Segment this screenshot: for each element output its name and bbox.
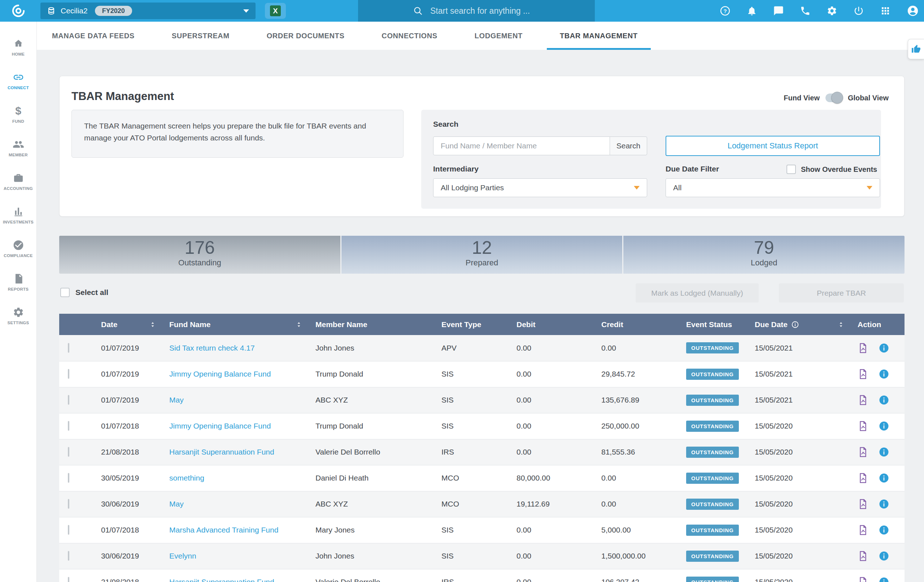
row-checkbox[interactable] [68, 447, 69, 457]
fund-name-link[interactable]: Marsha Advanced Training Fund [169, 526, 278, 534]
info-icon[interactable] [878, 421, 889, 432]
pdf-icon[interactable] [858, 394, 868, 406]
pdf-icon[interactable] [858, 342, 868, 354]
fund-name-link[interactable]: May [169, 396, 184, 404]
row-checkbox[interactable] [68, 343, 69, 353]
tab-connections[interactable]: CONNECTIONS [368, 21, 450, 50]
row-checkbox[interactable] [68, 421, 69, 431]
pdf-icon[interactable] [858, 524, 868, 536]
stat-prepared[interactable]: 12 Prepared [342, 236, 623, 274]
info-icon[interactable] [878, 446, 889, 458]
row-event-type: IRS [432, 569, 507, 582]
topbar-icons: ? [720, 0, 919, 21]
sidebar-item-compliance[interactable]: COMPLIANCE [0, 232, 36, 265]
feedback-button[interactable] [908, 39, 924, 59]
lodgement-status-report-button[interactable]: Lodgement Status Report [666, 136, 880, 156]
col-fund-name[interactable]: Fund Name [160, 314, 306, 335]
intermediary-dropdown[interactable]: All Lodging Parties [433, 179, 647, 197]
row-checkbox[interactable] [68, 525, 69, 535]
col-date[interactable]: Date [92, 314, 160, 335]
show-overdue-checkbox[interactable] [787, 165, 796, 174]
pdf-icon[interactable] [858, 550, 868, 562]
power-icon[interactable] [853, 5, 864, 16]
global-search-input[interactable] [429, 6, 582, 16]
fund-name-link[interactable]: Jimmy Opening Balance Fund [169, 422, 271, 430]
row-checkbox[interactable] [68, 473, 69, 483]
fund-name-link[interactable]: Jimmy Opening Balance Fund [169, 370, 271, 378]
sidebar-item-reports[interactable]: REPORTS [0, 265, 36, 299]
pdf-icon[interactable] [858, 576, 868, 582]
stat-outstanding[interactable]: 176 Outstanding [59, 236, 340, 274]
row-date: 01/07/2019 [92, 387, 160, 413]
pdf-icon[interactable] [858, 472, 868, 484]
table-row: 01/07/2019 Sid Tax return check 4.17 Joh… [59, 335, 904, 361]
sidebar-item-member[interactable]: MEMBER [0, 131, 36, 165]
fund-name: Cecilia2 [61, 7, 88, 15]
app-logo[interactable] [0, 3, 37, 18]
account-icon[interactable] [907, 5, 919, 17]
notifications-icon[interactable] [746, 5, 757, 16]
info-icon[interactable] [878, 342, 889, 354]
sort-icon[interactable] [837, 320, 845, 329]
tab-manage-data-feeds[interactable]: MANAGE DATA FEEDS [39, 21, 148, 50]
sidebar-item-investments[interactable]: INVESTMENTS [0, 198, 36, 232]
sidebar-item-home[interactable]: HOME [0, 30, 36, 64]
thumb-up-icon [911, 45, 921, 54]
fund-name-link[interactable]: Harsanjit Superannuation Fund [169, 578, 274, 582]
info-icon[interactable] [878, 577, 889, 582]
info-icon[interactable] [878, 369, 889, 379]
search-button[interactable]: Search [610, 136, 647, 155]
row-checkbox[interactable] [68, 395, 69, 405]
fund-member-search-input[interactable] [433, 136, 610, 155]
settings-icon[interactable] [827, 5, 837, 16]
pdf-icon[interactable] [858, 420, 868, 432]
tab-tbar-management[interactable]: TBAR MANAGEMENT [547, 21, 651, 50]
fund-name-link[interactable]: Harsanjit Superannuation Fund [169, 448, 274, 456]
sidebar-item-accounting[interactable]: ACCOUNTING [0, 165, 36, 198]
svg-text:?: ? [723, 8, 726, 14]
info-icon[interactable] [878, 473, 889, 483]
sort-icon[interactable] [295, 320, 302, 329]
row-checkbox[interactable] [68, 577, 69, 582]
info-icon[interactable] [878, 551, 889, 561]
view-toggle-switch[interactable] [825, 94, 842, 102]
info-icon[interactable] [791, 321, 799, 329]
row-checkbox[interactable] [68, 551, 69, 561]
stat-lodged[interactable]: 79 Lodged [623, 236, 904, 274]
tab-superstream[interactable]: SUPERSTREAM [159, 21, 243, 50]
due-date-dropdown[interactable]: All [666, 179, 880, 197]
info-icon[interactable] [878, 524, 889, 536]
mark-as-lodged-button[interactable]: Mark as Lodged (Manually) [635, 283, 759, 303]
info-icon[interactable] [878, 395, 889, 405]
due-date-value: All [673, 184, 681, 192]
row-checkbox[interactable] [68, 499, 69, 509]
excel-export-button[interactable]: X [265, 3, 286, 19]
sidebar-item-connect[interactable]: CONNECT [0, 64, 36, 98]
col-due-date[interactable]: Due Date [745, 314, 848, 335]
sort-icon[interactable] [149, 320, 156, 329]
row-due-date: 15/05/2020 [745, 439, 848, 465]
select-all-checkbox[interactable] [60, 288, 70, 297]
chat-icon[interactable] [773, 5, 784, 16]
gear-icon [13, 306, 24, 318]
apps-grid-icon[interactable] [880, 5, 891, 16]
tab-lodgement[interactable]: LODGEMENT [462, 21, 536, 50]
sidebar-item-settings[interactable]: SETTINGS [0, 299, 36, 332]
fund-name-link[interactable]: Evelynn [169, 552, 196, 560]
tab-order-documents[interactable]: ORDER DOCUMENTS [254, 21, 358, 50]
row-date: 01/07/2019 [92, 361, 160, 387]
prepare-tbar-button[interactable]: Prepare TBAR [779, 283, 904, 303]
fund-name-link[interactable]: Sid Tax return check 4.17 [169, 344, 255, 352]
phone-icon[interactable] [800, 5, 811, 16]
row-checkbox[interactable] [68, 369, 69, 379]
sidebar-item-fund[interactable]: $ FUND [0, 98, 36, 131]
row-debit: 80,000.00 [507, 465, 592, 491]
fund-name-link[interactable]: May [169, 500, 184, 508]
fund-name-link[interactable]: something [169, 474, 204, 482]
pdf-icon[interactable] [858, 446, 868, 458]
fund-selector[interactable]: Cecilia2 FY2020 [40, 3, 256, 19]
pdf-icon[interactable] [858, 498, 868, 510]
info-icon[interactable] [878, 499, 889, 509]
help-icon[interactable]: ? [720, 5, 731, 16]
pdf-icon[interactable] [858, 368, 868, 380]
